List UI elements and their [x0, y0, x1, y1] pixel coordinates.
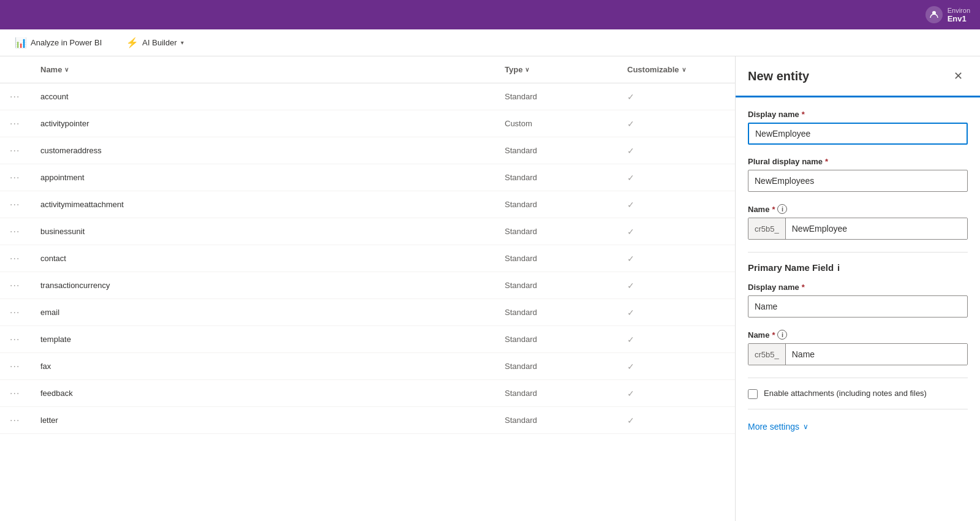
main-area: Name ∨ Type ∨ Customizable ∨ ··· account… — [0, 56, 980, 521]
table-row[interactable]: ··· contact Standard ✓ — [0, 245, 735, 272]
sub-toolbar: 📊 Analyze in Power BI ⚡ AI Builder ▾ — [0, 29, 980, 56]
row-check: ✓ — [627, 146, 725, 156]
row-check: ✓ — [627, 416, 725, 425]
pnf-name-info-icon[interactable]: i — [777, 330, 787, 340]
row-name: letter — [40, 416, 505, 425]
pnf-name-required-marker: * — [772, 330, 775, 340]
row-check: ✓ — [627, 173, 725, 183]
row-check: ✓ — [627, 92, 725, 102]
row-type: Standard — [505, 227, 627, 236]
chevron-down-icon: ▾ — [181, 39, 184, 46]
row-check: ✓ — [627, 227, 725, 237]
row-type: Standard — [505, 389, 627, 398]
name-required-marker: * — [772, 205, 775, 214]
primary-name-field-info-icon[interactable]: i — [837, 262, 840, 273]
power-bi-icon: 📊 — [15, 37, 27, 48]
close-button[interactable]: ✕ — [948, 66, 968, 86]
enable-attachments-label: Enable attachments (including notes and … — [764, 388, 927, 399]
table-header: Name ∨ Type ∨ Customizable ∨ — [0, 56, 735, 83]
row-name: account — [40, 92, 505, 101]
row-type: Standard — [505, 335, 627, 344]
row-dots: ··· — [10, 199, 40, 210]
table-row[interactable]: ··· businessunit Standard ✓ — [0, 218, 735, 245]
table-row[interactable]: ··· customeraddress Standard ✓ — [0, 137, 735, 164]
col-header-customizable[interactable]: Customizable ∨ — [627, 65, 725, 74]
display-name-label: Display name * — [748, 110, 968, 119]
pnf-name-prefix: cr5b5_ — [748, 344, 786, 365]
row-type: Standard — [505, 200, 627, 209]
table-row[interactable]: ··· activitypointer Custom ✓ — [0, 110, 735, 137]
enable-attachments-row: Enable attachments (including notes and … — [748, 388, 968, 399]
row-name: activitypointer — [40, 119, 505, 128]
row-type: Custom — [505, 119, 627, 128]
row-check: ✓ — [627, 362, 725, 371]
row-dots: ··· — [10, 361, 40, 372]
row-type: Standard — [505, 254, 627, 263]
row-name: activitymimeattachment — [40, 200, 505, 209]
pnf-name-label: Name * i — [748, 330, 968, 340]
panel-title: New entity — [748, 69, 809, 83]
pnf-display-required-marker: * — [802, 283, 805, 292]
more-settings-button[interactable]: More settings ∨ — [748, 419, 968, 434]
new-entity-panel: New entity ✕ Display name * Plural displ… — [735, 56, 980, 521]
plural-display-name-input[interactable] — [748, 170, 968, 192]
ai-builder-button[interactable]: ⚡ AI Builder ▾ — [121, 34, 188, 51]
separator-2 — [748, 378, 968, 378]
row-type: Standard — [505, 173, 627, 182]
row-type: Standard — [505, 416, 627, 425]
customizable-sort-icon: ∨ — [682, 66, 686, 73]
pnf-name-input[interactable] — [786, 344, 967, 365]
table-row[interactable]: ··· letter Standard ✓ — [0, 407, 735, 434]
row-check: ✓ — [627, 200, 725, 210]
row-check: ✓ — [627, 119, 725, 129]
name-group: Name * i cr5b5_ — [748, 204, 968, 240]
table-row[interactable]: ··· transactioncurrency Standard ✓ — [0, 272, 735, 299]
table-row[interactable]: ··· appointment Standard ✓ — [0, 164, 735, 191]
row-type: Standard — [505, 146, 627, 155]
name-info-icon[interactable]: i — [777, 204, 787, 214]
plural-display-name-label: Plural display name * — [748, 157, 968, 166]
plural-display-name-group: Plural display name * — [748, 157, 968, 192]
type-sort-icon: ∨ — [525, 66, 529, 73]
row-dots: ··· — [10, 253, 40, 264]
row-dots: ··· — [10, 118, 40, 129]
panel-header: New entity ✕ — [736, 56, 980, 97]
name-label: Name * i — [748, 204, 968, 214]
col-header-name[interactable]: Name ∨ — [40, 65, 505, 74]
row-name: transactioncurrency — [40, 281, 505, 290]
row-name: businessunit — [40, 227, 505, 236]
row-type: Standard — [505, 308, 627, 317]
display-name-input[interactable] — [748, 123, 968, 145]
table-row[interactable]: ··· activitymimeattachment Standard ✓ — [0, 191, 735, 218]
col-header-type[interactable]: Type ∨ — [505, 65, 627, 74]
table-row[interactable]: ··· feedback Standard ✓ — [0, 380, 735, 407]
name-input-with-prefix: cr5b5_ — [748, 218, 968, 240]
analyze-power-bi-button[interactable]: 📊 Analyze in Power BI — [10, 34, 107, 51]
row-type: Standard — [505, 281, 627, 290]
table-row[interactable]: ··· email Standard ✓ — [0, 299, 735, 326]
display-name-group: Display name * — [748, 110, 968, 145]
row-name: email — [40, 308, 505, 317]
top-bar-right: Environ Env1 — [925, 6, 970, 23]
row-dots: ··· — [10, 307, 40, 318]
row-dots: ··· — [10, 334, 40, 345]
row-check: ✓ — [627, 254, 725, 264]
separator-1 — [748, 252, 968, 253]
table-row[interactable]: ··· template Standard ✓ — [0, 326, 735, 353]
row-check: ✓ — [627, 281, 725, 291]
name-input[interactable] — [786, 218, 967, 239]
ai-builder-icon: ⚡ — [126, 37, 138, 48]
row-dots: ··· — [10, 172, 40, 183]
table-row[interactable]: ··· account Standard ✓ — [0, 83, 735, 110]
row-dots: ··· — [10, 280, 40, 291]
row-type: Standard — [505, 92, 627, 101]
table-row[interactable]: ··· fax Standard ✓ — [0, 353, 735, 380]
row-name: customeraddress — [40, 146, 505, 155]
name-prefix: cr5b5_ — [748, 218, 786, 239]
enable-attachments-checkbox[interactable] — [748, 389, 758, 399]
pnf-display-name-input[interactable] — [748, 295, 968, 318]
separator-3 — [748, 409, 968, 409]
row-type: Standard — [505, 362, 627, 371]
required-marker: * — [802, 110, 805, 119]
primary-name-field-section: Primary Name Field i — [748, 262, 968, 273]
